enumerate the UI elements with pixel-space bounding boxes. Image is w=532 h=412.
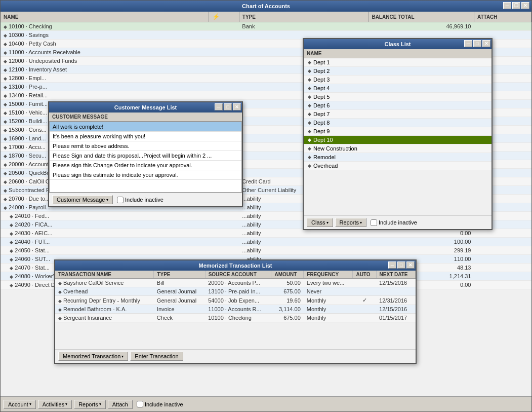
mt-close-button[interactable]: ✕: [406, 261, 415, 269]
list-item[interactable]: ◆Dept 8: [304, 119, 492, 127]
cl-close-button[interactable]: ✕: [482, 40, 490, 47]
account-type-cell: ...ability: [239, 238, 369, 246]
account-lightning-cell: [209, 246, 239, 255]
mt-amount-cell: 675.00: [271, 287, 304, 296]
table-row[interactable]: ◆ Overhead General Journal 13100 · Pre-p…: [55, 287, 416, 296]
table-row[interactable]: ◆ 10100 · Checking Bank 46,969.10: [1, 22, 531, 31]
memorized-transaction-label: Memorized Transaction: [63, 353, 120, 359]
account-name-cell: ◆ 10400 · Petty Cash: [1, 40, 209, 48]
mem-trans-col-header: TYPE: [154, 271, 205, 279]
reports-button[interactable]: Reports ▾: [74, 400, 106, 409]
account-button[interactable]: Account ▾: [4, 400, 36, 409]
attach-button[interactable]: Attach: [108, 400, 133, 409]
table-row[interactable]: ◆ Recurring Depr Entry - Monthly General…: [55, 296, 416, 305]
mt-auto-cell: [353, 314, 376, 322]
table-row[interactable]: ◆ Bayshore CalOil Service Bill 20000 · A…: [55, 279, 416, 287]
memorized-transaction-dropdown[interactable]: Memorized Transaction ▾: [58, 352, 128, 361]
account-attach-cell: [474, 229, 531, 238]
mt-nextdate-cell: 12/31/2016: [376, 296, 415, 305]
account-name-cell: ◆ 11000 · Accounts Receivable: [1, 48, 209, 57]
list-item[interactable]: ◆Dept 6: [304, 101, 492, 110]
mt-minimize-button[interactable]: ─: [388, 261, 396, 269]
customer-message-controls: ─ □ ✕: [215, 103, 241, 110]
cm-close-button[interactable]: ✕: [233, 103, 241, 110]
customer-message-list[interactable]: All work is complete!It's been a pleasur…: [49, 122, 242, 193]
cl-minimize-button[interactable]: ─: [464, 40, 472, 47]
customer-message-column-header: CUSTOMER MESSAGE: [49, 113, 242, 122]
col-lightning: ⚡: [209, 12, 239, 22]
customer-message-dropdown[interactable]: Customer Message ▾: [52, 195, 113, 204]
list-item[interactable]: ◆Dept 5: [304, 93, 492, 101]
mem-trans-controls: ─ □ ✕: [388, 261, 415, 269]
cm-include-inactive: Include inactive: [117, 197, 163, 203]
table-row[interactable]: ◆ Remodel Bathroom - K.A. Invoice 11000 …: [55, 305, 416, 314]
list-item[interactable]: ◆Overhead: [304, 162, 492, 170]
class-list-scroll[interactable]: ◆Dept 1◆Dept 2◆Dept 3◆Dept 4◆Dept 5◆Dept…: [304, 58, 492, 215]
class-dropdown[interactable]: Class ▾: [307, 218, 333, 227]
account-name-cell: ◆ 24020 · FICA...: [1, 220, 209, 229]
mt-frequency-cell: Every two we...: [304, 279, 353, 287]
list-item[interactable]: ◆Dept 3: [304, 76, 492, 84]
list-item[interactable]: Please sign this estimate to indicate yo…: [50, 170, 241, 180]
account-name-cell: ◆ 24050 · Stat...: [1, 246, 209, 255]
list-item[interactable]: ◆New Construction: [304, 144, 492, 153]
cm-maximize-button[interactable]: □: [224, 103, 232, 110]
cl-include-inactive-checkbox[interactable]: [371, 219, 377, 226]
mt-nextdate-cell: 12/15/2016: [376, 305, 415, 314]
account-balance-cell: 0.00: [369, 229, 474, 238]
mt-source-cell: 54000 · Job Expen...: [205, 296, 271, 305]
minimize-button[interactable]: ─: [503, 2, 511, 9]
mt-source-cell: 20000 · Accounts P...: [205, 279, 271, 287]
list-item[interactable]: All work is complete!: [50, 122, 241, 132]
mt-frequency-cell: Never: [304, 287, 353, 296]
class-reports-button[interactable]: Reports ▾: [335, 218, 367, 227]
enter-transaction-button[interactable]: Enter Transaction: [130, 352, 183, 361]
list-item[interactable]: ◆Dept 9: [304, 127, 492, 136]
main-title-bar: Chart of Accounts ─ ❐ ✕: [1, 1, 531, 12]
account-lightning-cell: [209, 229, 239, 238]
account-name-cell: ◆ 10300 · Savings: [1, 31, 209, 40]
cm-include-inactive-checkbox[interactable]: [117, 197, 124, 203]
list-item[interactable]: ◆Dept 10: [304, 136, 492, 144]
table-row[interactable]: ◆ Sergeant Insurance Check 10100 · Check…: [55, 314, 416, 322]
close-button[interactable]: ✕: [521, 2, 529, 9]
col-attach: ATTACH: [474, 12, 531, 22]
list-item[interactable]: Please Sign and date this proposal...Pro…: [50, 151, 241, 161]
mt-maximize-button[interactable]: □: [397, 261, 405, 269]
account-name-cell: ◆ 13100 · Pre-p...: [1, 83, 209, 91]
mt-amount-cell: 50.00: [271, 279, 304, 287]
list-item[interactable]: Please sign this Change Order to indicat…: [50, 161, 241, 170]
cm-minimize-button[interactable]: ─: [215, 103, 223, 110]
account-lightning-cell: [209, 74, 239, 83]
mem-trans-table-area[interactable]: TRANSACTION NAMETYPESOURCE ACCOUNTAMOUNT…: [55, 271, 416, 349]
account-attach-cell: [474, 246, 531, 255]
include-inactive-checkbox[interactable]: [137, 401, 143, 407]
mt-amount-cell: 675.00: [271, 314, 304, 322]
mem-trans-title: Memorized Transaction List: [199, 263, 272, 269]
class-reports-arrow: ▾: [360, 220, 362, 225]
account-lightning-cell: [209, 91, 239, 100]
account-attach-cell: [474, 272, 531, 281]
cl-maximize-button[interactable]: □: [473, 40, 481, 47]
list-item[interactable]: ◆Dept 1: [304, 58, 492, 67]
account-type-cell: Bank: [239, 22, 369, 31]
list-item[interactable]: Please remit to above address.: [50, 141, 241, 151]
maximize-button[interactable]: ❐: [512, 2, 520, 9]
memorized-transaction-window: Memorized Transaction List ─ □ ✕ TRANSAC…: [54, 259, 417, 364]
mt-amount-cell: 3,114.00: [271, 305, 304, 314]
table-row[interactable]: ◆ 24050 · Stat... ...ability 299.19: [1, 246, 531, 255]
activities-button[interactable]: Activities ▾: [38, 400, 72, 409]
table-row[interactable]: ◆ 24040 · FUT... ...ability 100.00: [1, 238, 531, 246]
customer-message-window: Customer Message List ─ □ ✕ CUSTOMER MES…: [48, 101, 243, 207]
list-item[interactable]: ◆Remodel: [304, 153, 492, 162]
list-item[interactable]: It's been a pleasure working with you!: [50, 132, 241, 141]
mt-frequency-cell: Monthly: [304, 305, 353, 314]
mt-name-cell: ◆ Recurring Depr Entry - Monthly: [55, 296, 154, 305]
cl-include-inactive: Include inactive: [371, 219, 417, 226]
account-name-cell: ◆ 12000 · Undeposited Funds: [1, 57, 209, 65]
list-item[interactable]: ◆Dept 4: [304, 84, 492, 93]
list-item[interactable]: ◆Dept 7: [304, 110, 492, 119]
table-row[interactable]: ◆ 24030 · AEIC... ...ability 0.00: [1, 229, 531, 238]
list-item[interactable]: ◆Dept 2: [304, 67, 492, 76]
cm-dropdown-arrow: ▾: [106, 198, 108, 202]
